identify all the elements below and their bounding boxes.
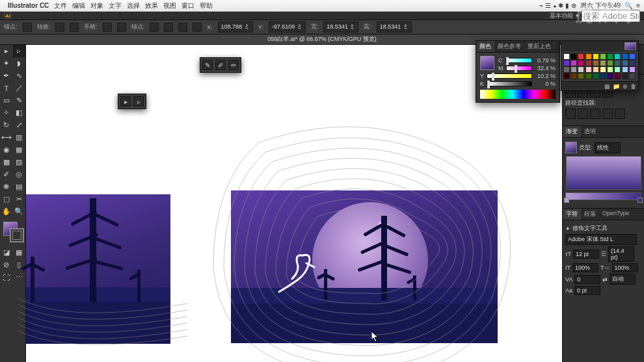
blend-tool[interactable]: ◎: [13, 168, 26, 181]
pf-crop-icon[interactable]: [602, 109, 613, 119]
swatch[interactable]: [585, 73, 592, 79]
eraser-tool[interactable]: ◧: [13, 107, 26, 119]
remove-anchor-icon[interactable]: [150, 23, 159, 32]
swatch[interactable]: [570, 53, 577, 60]
swatch[interactable]: [578, 60, 584, 66]
shape-builder-tool[interactable]: ◉: [0, 144, 13, 156]
spectrum-bar[interactable]: [480, 90, 556, 99]
swatch-folder-icon[interactable]: 📁: [613, 83, 620, 90]
none-mode-icon[interactable]: ⊘: [0, 259, 13, 271]
arrow-b-icon[interactable]: ▹: [133, 96, 144, 107]
swatch[interactable]: [607, 53, 613, 60]
menu-view[interactable]: 视图: [163, 1, 176, 10]
swatch[interactable]: [578, 73, 584, 79]
fill-stroke-control[interactable]: [2, 222, 23, 242]
kerning-field[interactable]: 0: [574, 275, 600, 284]
menu-select[interactable]: 选择: [127, 1, 140, 10]
align-icon[interactable]: [178, 23, 187, 32]
convert-smooth-icon[interactable]: [55, 23, 64, 32]
gradient-slider[interactable]: [565, 192, 641, 200]
swatch-trash-icon[interactable]: 🗑: [630, 83, 636, 90]
swatch[interactable]: [593, 73, 599, 79]
color-panel[interactable]: 颜色 颜色参考 重新上色 C0.79 % M32.4 % Y10.2 % K0 …: [476, 40, 560, 103]
stroke-swatch[interactable]: [10, 228, 24, 242]
arrow-tools-float[interactable]: ▸ ▹: [118, 94, 146, 109]
mesh-tool[interactable]: ▩: [0, 156, 13, 168]
transparency-tab[interactable]: 透明: [581, 126, 599, 137]
swatch[interactable]: [585, 66, 592, 73]
swatch[interactable]: [585, 53, 592, 60]
pf-trim-icon[interactable]: [578, 109, 588, 119]
convert-corner-icon[interactable]: [70, 23, 79, 32]
swatch[interactable]: [629, 66, 636, 73]
swatch[interactable]: [563, 53, 570, 60]
type-tool[interactable]: T: [0, 82, 13, 94]
swatch[interactable]: [614, 60, 621, 66]
grad-type-value[interactable]: 线性: [595, 142, 621, 153]
w-field[interactable]: 18.5341 ミ: [323, 21, 358, 32]
graph-tool[interactable]: ▤: [13, 181, 26, 193]
opentype-tab[interactable]: OpenType: [599, 209, 633, 220]
brush-3-icon[interactable]: ✏: [228, 60, 239, 70]
c-value[interactable]: 0.79 %: [535, 57, 556, 64]
search-icon[interactable]: 🔍: [624, 2, 632, 9]
artboard-tool[interactable]: ▢: [0, 193, 13, 205]
isolate-icon[interactable]: [193, 23, 202, 32]
swatch[interactable]: [614, 73, 621, 79]
swatch-add-icon[interactable]: ⊕: [623, 83, 628, 90]
swatch[interactable]: [629, 60, 636, 66]
selection-tool[interactable]: ▸: [0, 45, 13, 57]
arrow-a-icon[interactable]: ▸: [120, 96, 131, 107]
swatch[interactable]: [593, 66, 599, 73]
recolor-tab[interactable]: 重新上色: [524, 41, 554, 52]
color-tab[interactable]: 颜色: [476, 41, 494, 52]
swatch[interactable]: [600, 73, 606, 79]
swatch[interactable]: [570, 60, 577, 66]
menu-extra-icon[interactable]: ≡: [636, 2, 640, 9]
hand-tool[interactable]: ✋: [0, 205, 13, 218]
h-field[interactable]: 18.5341 ミ: [377, 21, 412, 32]
menu-type[interactable]: 文字: [109, 1, 122, 10]
pf-merge-icon[interactable]: [590, 109, 600, 119]
curvature-tool[interactable]: ∿: [13, 70, 26, 82]
color-mode-icon[interactable]: ◪: [0, 246, 13, 259]
zoom-tool[interactable]: 🔍: [13, 205, 26, 218]
scale-tool[interactable]: ⤢: [13, 119, 26, 131]
direct-selection-tool[interactable]: ▹: [13, 45, 26, 57]
grad-swatch-icon[interactable]: [565, 142, 577, 153]
rotate-tool[interactable]: ↻: [0, 119, 13, 131]
swatch[interactable]: [607, 73, 613, 79]
swatch[interactable]: [570, 66, 577, 73]
swatches-swatch-icon[interactable]: [624, 42, 636, 50]
swatch[interactable]: [629, 53, 636, 60]
width-tool[interactable]: ⟷: [0, 131, 13, 144]
character-tab[interactable]: 字符: [563, 209, 581, 220]
swatch[interactable]: [600, 66, 606, 73]
leading-field[interactable]: (14.4 pt): [608, 246, 634, 262]
perspective-tool[interactable]: ▦: [13, 144, 26, 156]
grad-stop-1[interactable]: [564, 198, 569, 203]
pf-outline-icon[interactable]: [615, 109, 625, 119]
grad-stop-2[interactable]: [637, 198, 643, 203]
swatch[interactable]: [563, 73, 570, 79]
shaper-tool[interactable]: ✧: [0, 107, 13, 119]
y-value[interactable]: 10.2 %: [535, 73, 556, 79]
swatch[interactable]: [614, 53, 621, 60]
menu-file[interactable]: 文件: [54, 1, 67, 10]
gradient-tab[interactable]: 渐变: [563, 126, 581, 137]
cp-fill-swatch[interactable]: [480, 56, 494, 70]
menu-object[interactable]: 对象: [90, 1, 103, 10]
menu-effect[interactable]: 效果: [145, 1, 158, 10]
anchor-icon[interactable]: [23, 23, 32, 32]
swatch[interactable]: [600, 60, 606, 66]
swatch[interactable]: [607, 66, 613, 73]
touch-type-icon[interactable]: ✦: [565, 226, 570, 232]
swatch[interactable]: [570, 73, 577, 79]
swatch[interactable]: [563, 66, 570, 73]
paragraph-tab[interactable]: 段落: [581, 209, 599, 220]
gradient-preview[interactable]: [566, 156, 641, 190]
swatch[interactable]: [614, 66, 621, 73]
slice-tool[interactable]: ✂: [13, 193, 26, 205]
tracking-field[interactable]: 自动: [610, 274, 636, 285]
pen-tool[interactable]: ✒: [0, 70, 13, 82]
